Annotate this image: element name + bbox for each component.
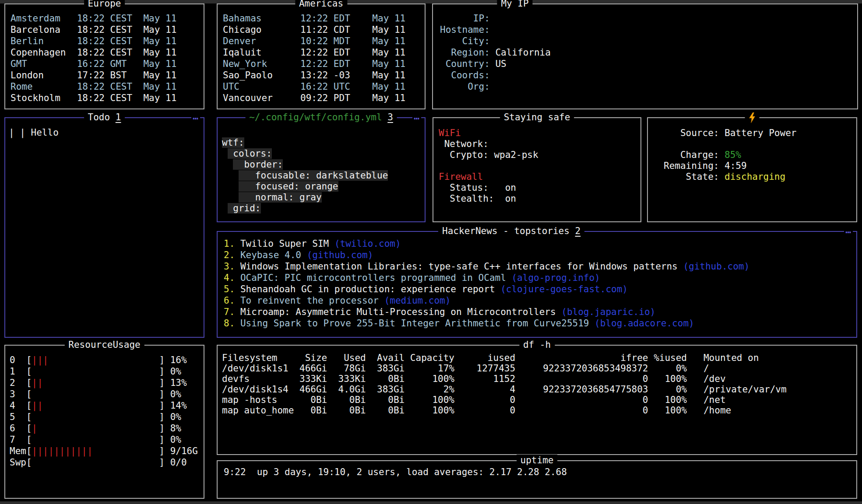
clock-row: Chicago 11:22 CDT May 11 xyxy=(223,24,425,35)
yaml-text: colors: xyxy=(228,148,272,159)
battery-line: Remaining: 4:59 xyxy=(664,161,856,172)
gauge-label: Swp[ xyxy=(10,457,32,468)
security-line: Firewall xyxy=(439,172,640,182)
story-title: To reinvent the processor xyxy=(240,295,379,306)
gauge-value: ] 0% xyxy=(32,389,181,399)
window-bottom-edge xyxy=(0,501,862,504)
clock-row: Vancouver 09:22 PDT May 11 xyxy=(223,92,425,104)
ip-field-row: Coords: xyxy=(440,70,857,81)
gauge-label: 0 [ xyxy=(10,355,32,365)
security-line: Stealth: on xyxy=(439,193,640,204)
clock-row: Stockholm 18:22 CEST May 11 xyxy=(11,92,204,104)
story-title: Shenandoah GC in production: experience … xyxy=(240,284,495,294)
panel-resource-usage: ResourceUsage 0 [||| ] 16%1 [ ] 0%2 [|| … xyxy=(4,345,204,499)
story-row[interactable]: 1. Twilio Super SIM (twilio.com) xyxy=(224,238,856,249)
gauge-label: 6 [ xyxy=(10,423,32,434)
security-line-segment: Network: xyxy=(439,139,489,149)
gauge-label: 7 [ xyxy=(10,434,32,445)
gauge-label: 5 [ xyxy=(10,412,32,422)
spacer xyxy=(506,273,512,283)
yaml-text: wtf: xyxy=(222,137,244,148)
yaml-line: focusable: darkslateblue xyxy=(222,170,425,181)
ip-field-value xyxy=(490,36,496,46)
panel-config-yml[interactable]: ~/.config/wtf/config.yml 3 … wtf: colors… xyxy=(217,117,426,222)
battery-info: Source: Battery Power Charge: 85%Remaini… xyxy=(648,118,856,221)
story-number: 3. xyxy=(224,261,240,272)
clock-row: UTC 16:22 UTC May 11 xyxy=(223,81,425,92)
ip-field-label: City: xyxy=(440,36,490,46)
story-row[interactable]: 6. To reinvent the processor (medium.com… xyxy=(224,295,856,306)
security-line-segment: Status: on xyxy=(439,182,516,193)
yaml-line: grid: xyxy=(222,203,425,214)
gauge-row: 0 [||| ] 16% xyxy=(10,354,204,366)
clock-list-americas: Bahamas 12:22 EDT May 11Chicago 11:22 CD… xyxy=(218,4,425,108)
ip-field-label: Coords: xyxy=(440,70,490,80)
gauge-row: Swp[ ] 0/0 xyxy=(10,457,204,468)
story-row[interactable]: 8. Using Spark to Prove 255-Bit Integer … xyxy=(224,318,856,329)
story-number: 1. xyxy=(224,238,240,249)
clock-row: Iqaluit 12:22 EDT May 11 xyxy=(223,47,425,58)
story-row[interactable]: 4. OCaPIC: PIC microcontrollers programm… xyxy=(224,272,856,284)
clock-row: Barcelona 18:22 CEST May 11 xyxy=(11,24,204,35)
story-title: Windows Implementation Libraries: type-s… xyxy=(240,261,678,272)
story-row[interactable]: 5. Shenandoah GC in production: experien… xyxy=(224,284,856,295)
gauge-row: 2 [|| ] 13% xyxy=(10,377,204,388)
ip-field-row: City: xyxy=(440,35,857,47)
battery-line-segment: 85% xyxy=(725,150,741,160)
ip-field-value xyxy=(490,13,496,24)
security-line-segment: Firewall xyxy=(439,172,483,182)
todo-item[interactable]: | | Hello xyxy=(9,127,204,138)
panel-uptime: uptime 9:22 up 3 days, 19:10, 2 users, l… xyxy=(217,460,857,499)
gauge-label: 1 [ xyxy=(10,366,32,377)
yaml-line: border: xyxy=(222,159,425,170)
story-link: (clojure-goes-fast.com) xyxy=(500,284,628,294)
gauge-bars: || xyxy=(32,378,43,388)
ip-field-label: Region: xyxy=(440,47,490,58)
ip-field-value xyxy=(490,24,496,35)
story-row[interactable]: 2. Keybase 4.0 (github.com) xyxy=(224,249,856,261)
window-top-edge xyxy=(0,0,862,4)
yaml-line: colors: xyxy=(222,148,425,159)
battery-line-segment: discharging xyxy=(725,172,785,182)
yaml-line: focused: orange xyxy=(222,181,425,192)
story-number: 7. xyxy=(224,307,240,317)
panel-clocks-europe: Europe Amsterdam 18:22 CEST May 11Barcel… xyxy=(4,4,204,109)
ip-field-label: Country: xyxy=(440,59,490,69)
gauge-label: 2 [ xyxy=(10,378,32,388)
story-number: 4. xyxy=(224,273,240,283)
story-number: 8. xyxy=(224,318,240,329)
story-title: Twilio Super SIM xyxy=(240,238,329,249)
panel-clocks-americas: Americas Bahamas 12:22 EDT May 11Chicago… xyxy=(217,4,426,109)
clock-row: Berlin 18:22 CEST May 11 xyxy=(11,35,204,47)
table-row: devfs 333Ki 333Ki 0Bi 100% 1152 0 100% /… xyxy=(222,374,856,384)
gauge-row: 3 [ ] 0% xyxy=(10,388,204,400)
battery-line: Source: Battery Power xyxy=(664,128,856,139)
gauge-bars: ||||||||||| xyxy=(32,446,93,456)
security-line: WiFi xyxy=(439,128,640,139)
battery-line-segment: Charge: xyxy=(664,150,725,160)
panel-hackernews[interactable]: HackerNews - topstories 2 … 1. Twilio Su… xyxy=(217,231,857,338)
security-line-segment: WiFi xyxy=(439,128,461,138)
security-line: Network: xyxy=(439,139,640,150)
story-row[interactable]: 7. Microamp: Asymmetric Multi-Processing… xyxy=(224,306,856,318)
gauge-value: ] 8% xyxy=(37,423,181,434)
security-line-segment: Crypto: wpa2-psk xyxy=(439,150,538,160)
battery-line: Charge: 85% xyxy=(664,150,856,161)
security-line: Status: on xyxy=(439,182,640,193)
table-row: /dev/disk1s4 466Gi 4.0Gi 383Gi 2% 4 9223… xyxy=(222,384,856,395)
ip-field-label: Hostname: xyxy=(440,24,490,35)
clock-row: London 17:22 BST May 11 xyxy=(11,70,204,81)
story-row[interactable]: 3. Windows Implementation Libraries: typ… xyxy=(224,261,856,272)
battery-line-segment: Source: Battery Power xyxy=(664,128,796,138)
table-header-row: Filesystem Size Used Avail Capacity iuse… xyxy=(222,353,856,363)
story-link: (medium.com) xyxy=(384,295,451,306)
ip-field-row: Org: xyxy=(440,81,857,92)
gauge-value: ] 16% xyxy=(49,355,187,365)
yaml-text: normal: gray xyxy=(239,192,322,203)
story-number: 2. xyxy=(224,250,240,260)
panel-battery: Source: Battery Power Charge: 85%Remaini… xyxy=(647,117,857,222)
ip-field-row: Region: California xyxy=(440,47,857,58)
panel-todo[interactable]: Todo 1 … | | Hello xyxy=(4,117,204,338)
panel-my-ip: My IP IP: Hostname: City: Region: Califo… xyxy=(432,4,858,109)
story-number: 5. xyxy=(224,284,240,294)
